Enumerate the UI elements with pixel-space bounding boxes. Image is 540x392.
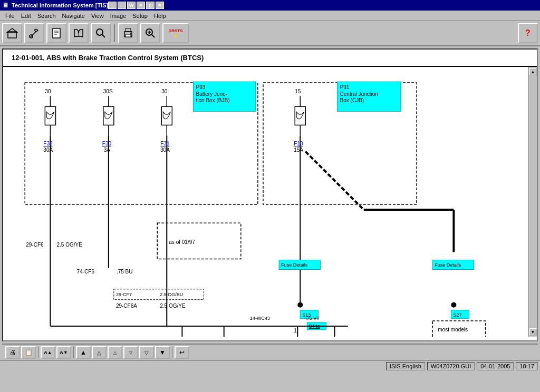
s27-dot [451, 302, 456, 308]
toolbar-sep1 [114, 24, 115, 42]
status-time: 18:17 [516, 362, 538, 370]
book-icon [73, 27, 84, 39]
status-date: 04-01-2005 [477, 362, 514, 370]
toolbar-print-btn[interactable] [118, 23, 138, 43]
document-title: 12-01-001, ABS with Brake Traction Contr… [12, 54, 204, 62]
toolbar-book-btn[interactable] [69, 23, 89, 43]
f33-amp: 30A [43, 147, 53, 153]
menu-setup[interactable]: Setup [129, 12, 151, 20]
toolbar-tools-btn[interactable] [24, 23, 44, 43]
scroll-down-btn[interactable]: ▼ [529, 328, 537, 336]
fuse-details-label1: Fuse Details [281, 262, 308, 268]
menu-navigate[interactable]: Navigate [59, 12, 88, 20]
f31-label: F31 [160, 141, 170, 146]
bottom-text-down-btn[interactable]: A▼ [56, 346, 71, 359]
thick-diagonal [305, 152, 363, 210]
f33-label: F33 [43, 141, 53, 146]
bottom-tri-dn-fill-btn[interactable]: ▼ [155, 346, 170, 359]
scroll-up-btn[interactable]: ▲ [529, 68, 537, 75]
bottom-sep1 [38, 347, 38, 358]
p93-sub2: tion Box (BJB) [196, 97, 229, 103]
main-area: 12-01-001, ABS with Brake Traction Contr… [2, 48, 538, 341]
bottom-export-btn[interactable]: ↩ [175, 346, 189, 359]
f33-element [46, 112, 54, 119]
p91-label: P91 [340, 84, 350, 90]
f31-amp: 30A [160, 147, 170, 153]
search-icon [95, 27, 107, 39]
diagram-area: ▲ ▼ P93 Battery Junc- tion Box (BJB) P91… [3, 67, 537, 337]
f33-rating: 30 [45, 89, 51, 94]
home-icon [6, 27, 18, 39]
menu-edit[interactable]: Edit [18, 12, 34, 20]
svg-line-9 [102, 34, 105, 37]
wire-14wc43: 14-WC43 [250, 316, 270, 321]
bottom-tri-dn-btn[interactable]: ▽ [139, 346, 154, 359]
f13-label: F13 [294, 141, 303, 146]
title-bar-controls: _ □ W ✕ ◻ ✕ [108, 2, 164, 9]
bottom-copy-btn[interactable]: 📋 [21, 346, 36, 359]
tools-icon [28, 27, 40, 39]
title-text: Technical Information System [TIS] [12, 2, 108, 8]
wire-label-29cf6: 29-CF6 [26, 242, 44, 248]
title-minimize2[interactable]: ✕ [137, 2, 145, 9]
orsts-label: DRSTS [168, 28, 182, 33]
bottom-tri-dn-sm-btn[interactable]: ▽ [123, 346, 138, 359]
toolbar-orsts-btn[interactable]: DRSTS ⚡ [162, 23, 189, 43]
toolbar-doc-btn[interactable] [46, 23, 66, 43]
wire-label-ogye: 2.5 OG/YE [56, 242, 82, 248]
toolbar-search-btn[interactable] [91, 23, 111, 43]
bottom-tri-up-fill-btn[interactable]: ▲ [76, 346, 91, 359]
toolbar-magnify-btn[interactable] [140, 23, 160, 43]
title-bar: 🖥 Technical Information System [TIS] _ □… [0, 0, 540, 11]
title-close2[interactable]: ✕ [156, 2, 164, 9]
print-icon [122, 27, 134, 39]
title-minimize[interactable]: _ [108, 2, 117, 9]
bottom-print-btn[interactable]: 🖨 [5, 346, 20, 359]
bottom-toolbar: 🖨 📋 A▲ A▼ ▲ △ △ ▽ ▽ ▼ ↩ [2, 344, 538, 360]
f30-amp: 3A [104, 147, 111, 153]
svg-rect-3 [53, 28, 60, 38]
s13-dot [297, 302, 303, 308]
f31-rating: 30 [161, 89, 168, 94]
menu-file[interactable]: File [2, 12, 18, 20]
pin1-label: 1 [294, 328, 297, 334]
wire-label-ogbu: 2.5 OG/BU [160, 292, 183, 297]
f30-label: F30 [102, 141, 112, 146]
title-maximize[interactable]: □ [118, 2, 126, 9]
scrollbar-right[interactable]: ▲ ▼ [528, 67, 537, 337]
wire-label-29cf6a: 29-CF6A [116, 303, 137, 309]
document-header: 12-01-001, ABS with Brake Traction Contr… [3, 50, 537, 67]
wiring-diagram: P93 Battery Junc- tion Box (BJB) P91 Cen… [3, 67, 528, 337]
wire-label-bu: .75 BU [117, 269, 133, 275]
menu-search[interactable]: Search [34, 12, 59, 20]
menu-help[interactable]: Help [151, 12, 169, 20]
title-maximize2[interactable]: ◻ [146, 2, 155, 9]
toolbar-home-btn[interactable] [2, 23, 22, 43]
bottom-tri-up-sm-btn[interactable]: △ [108, 346, 122, 359]
fuse-details-label2: Fuse Details [435, 262, 461, 268]
p91-sub1: Central Junction [340, 91, 378, 97]
wire-label-74cf6: 74-CF6 [77, 269, 95, 275]
bottom-text-up-btn[interactable]: A▲ [41, 346, 55, 359]
menu-bar: File Edit Search Navigate View Image Set… [0, 11, 540, 21]
status-isis: ISIS English [386, 362, 425, 370]
p91-sub2: Box (CJB) [340, 97, 364, 103]
f13-amp: 15A [294, 147, 303, 153]
svg-rect-12 [126, 34, 131, 37]
magnify-icon [144, 27, 156, 39]
as-of-text: as of 01/97 [169, 239, 195, 245]
svg-point-13 [130, 33, 131, 34]
bottom-tri-up-btn[interactable]: △ [92, 346, 107, 359]
bottom-sep3 [172, 347, 172, 358]
menu-image[interactable]: Image [107, 12, 130, 20]
svg-marker-1 [7, 28, 17, 33]
title-close[interactable]: W [127, 2, 136, 9]
svg-line-15 [151, 34, 155, 37]
orsts-icon: ⚡ [173, 33, 179, 38]
menu-view[interactable]: View [88, 12, 107, 20]
wire-label-29cf7: 29-CF7 [116, 292, 132, 297]
bottom-sep2 [73, 347, 74, 358]
wire-vt: .75 VT [305, 316, 320, 321]
wire-label-ogye2: 2.5 OG/YE [160, 303, 186, 309]
help-button[interactable]: ? [518, 23, 538, 43]
